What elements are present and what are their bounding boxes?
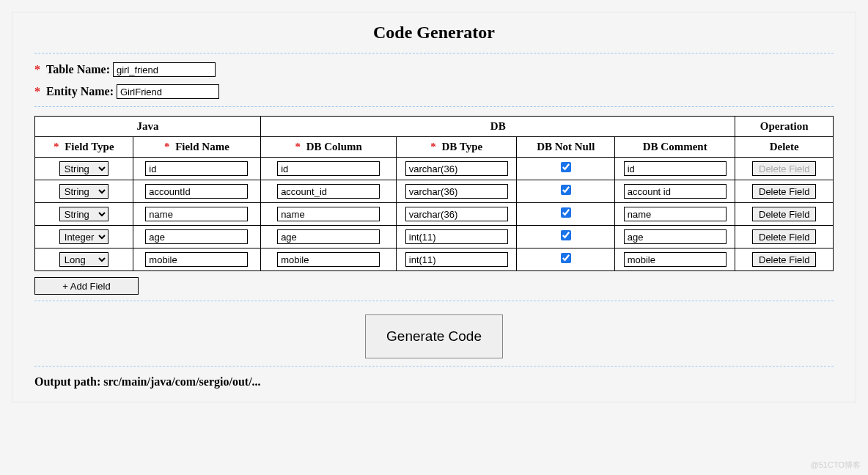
db-comment-input[interactable] [624,229,727,244]
col-header-db-type: * DB Type [397,137,517,158]
db-column-input[interactable] [277,207,380,221]
group-header-db: DB [261,117,735,137]
table-name-input[interactable] [113,62,216,77]
db-type-input[interactable] [405,229,508,244]
output-path-value: src/main/java/com/sergio/out/... [103,375,260,388]
required-mark: * [34,63,40,76]
delete-field-button[interactable]: Delete Field [752,184,816,199]
db-type-input[interactable] [405,252,508,267]
table-name-label: Table Name: [46,63,110,76]
field-type-select[interactable]: StringIntegerLong [59,161,108,176]
field-name-input[interactable] [145,207,248,221]
entity-name-label: Entity Name: [46,85,114,97]
app-container: Code Generator * Table Name: * Entity Na… [12,12,856,402]
divider [34,106,834,107]
group-header-operation: Operation [735,117,834,137]
db-type-input[interactable] [405,207,508,221]
db-column-input[interactable] [277,184,380,199]
db-comment-input[interactable] [624,184,727,199]
col-header-field-name: * Field Name [133,137,261,158]
db-type-input[interactable] [405,161,508,176]
db-not-null-checkbox[interactable] [561,253,571,263]
table-row: StringIntegerLongDelete Field [35,248,834,271]
divider [34,366,834,367]
db-column-input[interactable] [277,252,380,267]
required-mark: * [34,85,40,97]
output-path-label: Output path: [34,375,100,388]
fields-table: Java DB Operation * Field Type * Field N… [34,116,834,271]
db-not-null-checkbox[interactable] [561,162,571,172]
field-type-select[interactable]: StringIntegerLong [59,184,108,199]
field-name-input[interactable] [145,252,248,267]
db-type-input[interactable] [405,184,508,199]
table-name-row: * Table Name: [34,62,834,77]
field-type-select[interactable]: StringIntegerLong [59,229,108,244]
table-row: StringIntegerLongDelete Field [35,158,834,180]
table-row: StringIntegerLongDelete Field [35,203,834,226]
db-comment-input[interactable] [624,252,727,267]
delete-field-button[interactable]: Delete Field [752,229,816,244]
col-header-db-column: * DB Column [261,137,397,158]
group-header-java: Java [35,117,261,137]
field-name-input[interactable] [145,161,248,176]
delete-field-button[interactable]: Delete Field [752,207,816,221]
db-column-input[interactable] [277,161,380,176]
db-not-null-checkbox[interactable] [561,207,571,218]
group-header-row: Java DB Operation [35,117,834,137]
generate-code-button[interactable]: Generate Code [365,314,503,358]
db-comment-input[interactable] [624,161,727,176]
col-header-delete: Delete [735,137,834,158]
col-header-row: * Field Type * Field Name * DB Column * … [35,137,834,158]
field-name-input[interactable] [145,184,248,199]
db-column-input[interactable] [277,229,380,244]
entity-name-input[interactable] [117,84,219,99]
entity-name-row: * Entity Name: [34,84,834,99]
add-field-button[interactable]: + Add Field [34,277,139,295]
divider [34,301,834,301]
db-not-null-checkbox[interactable] [561,185,571,195]
col-header-db-not-null: DB Not Null [517,137,615,158]
col-header-field-type: * Field Type [35,137,133,158]
output-path: Output path: src/main/java/com/sergio/ou… [34,375,834,389]
db-comment-input[interactable] [624,207,727,221]
delete-field-button: Delete Field [752,161,816,176]
field-name-input[interactable] [145,229,248,244]
col-header-db-comment: DB Comment [615,137,735,158]
divider [34,53,834,54]
page-title: Code Generator [34,23,834,43]
generate-section: Generate Code [34,314,834,358]
db-not-null-checkbox[interactable] [561,230,571,240]
delete-field-button[interactable]: Delete Field [752,252,816,267]
table-row: StringIntegerLongDelete Field [35,226,834,248]
table-row: StringIntegerLongDelete Field [35,180,834,203]
field-type-select[interactable]: StringIntegerLong [59,207,108,221]
field-type-select[interactable]: StringIntegerLong [59,252,108,267]
